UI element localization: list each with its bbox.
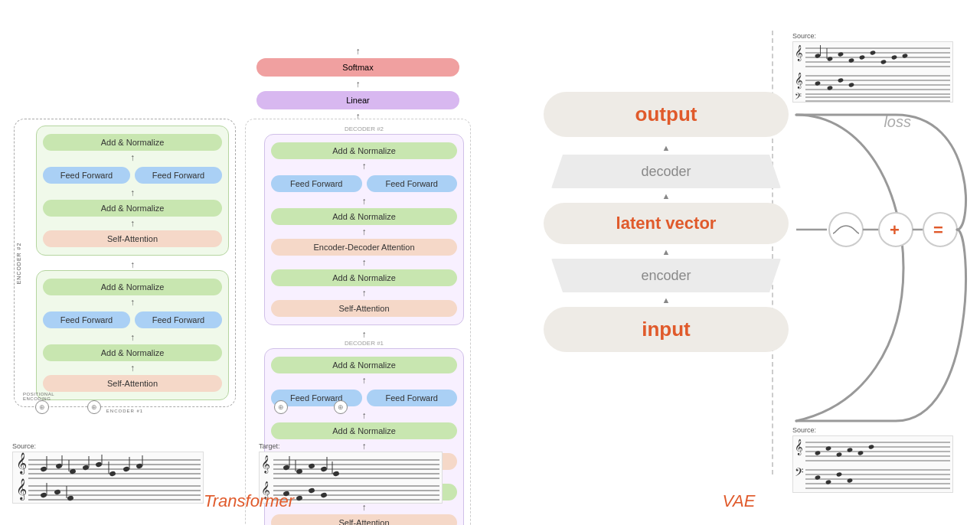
vae-diagram: output ▲ decoder ▲ latent vector ▲ encod… bbox=[521, 92, 812, 352]
vae-top-sheet-music: 𝄞 bbox=[792, 41, 953, 103]
enc2-ff2: Feed Forward bbox=[135, 167, 222, 184]
svg-point-12 bbox=[82, 465, 89, 471]
svg-point-46 bbox=[332, 471, 339, 477]
dec-pos-circle-2: ⊕ bbox=[334, 400, 348, 414]
transformer-section: ↑ Softmax ↑ Linear ↑ ENCODER #2 Add & No… bbox=[0, 0, 498, 525]
svg-point-31 bbox=[67, 495, 74, 501]
vae-output-row: output bbox=[521, 92, 812, 137]
svg-point-71 bbox=[870, 51, 876, 56]
svg-point-14 bbox=[95, 461, 102, 468]
dec2-enc-dec-attn: Encoder-Decoder Attention bbox=[271, 239, 457, 256]
svg-point-18 bbox=[122, 466, 129, 472]
enc2-add-norm-bot: Add & Normalize bbox=[43, 200, 222, 217]
dec1-ff2: Feed Forward bbox=[367, 390, 458, 406]
dec2-ff-row: Feed Forward Feed Forward bbox=[271, 173, 457, 194]
pos-circle-2: ⊕ bbox=[87, 400, 101, 414]
svg-point-8 bbox=[55, 463, 62, 469]
svg-point-73 bbox=[891, 55, 897, 60]
svg-point-91 bbox=[879, 213, 913, 246]
svg-point-107 bbox=[868, 445, 874, 450]
svg-text:𝄞: 𝄞 bbox=[16, 452, 27, 474]
dec2-ff1: Feed Forward bbox=[271, 175, 362, 192]
vae-encoder-box: encoder bbox=[551, 259, 781, 292]
enc2-add-norm-top: Add & Normalize bbox=[43, 134, 222, 151]
source-sheet-music: 𝄞 bbox=[12, 452, 204, 504]
encoder-block-2: Add & Normalize ↑ Feed Forward Feed Forw… bbox=[36, 126, 229, 256]
svg-text:𝄞: 𝄞 bbox=[795, 72, 803, 90]
vae-top-staff-svg: 𝄞 bbox=[793, 42, 953, 103]
decoder2-label: DECODER #2 bbox=[264, 126, 464, 132]
vae-section: loss Source: 𝄞 bbox=[498, 0, 980, 525]
vae-decoder-row: decoder bbox=[521, 155, 812, 188]
svg-point-70 bbox=[859, 55, 865, 60]
enc2-ff1: Feed Forward bbox=[43, 167, 130, 184]
softmax-box: Softmax bbox=[256, 58, 459, 77]
svg-text:+: + bbox=[890, 220, 900, 240]
top-boxes: ↑ Softmax ↑ Linear ↑ bbox=[256, 46, 459, 122]
svg-point-84 bbox=[848, 83, 854, 88]
svg-text:=: = bbox=[933, 220, 943, 240]
vae-output-box: output bbox=[544, 92, 789, 137]
source-label: Source: bbox=[12, 442, 204, 450]
svg-point-116 bbox=[836, 472, 842, 478]
source-staff-svg: 𝄞 bbox=[13, 452, 204, 504]
vae-source-top: Source: 𝄞 bbox=[792, 32, 961, 103]
svg-text:𝄞: 𝄞 bbox=[795, 439, 803, 456]
vae-input-row: input bbox=[521, 307, 812, 352]
encoder-wrapper: ENCODER #2 Add & Normalize ↑ Feed Forwar… bbox=[14, 119, 236, 413]
dec-pos-enc-circles: ⊕ ⊕ bbox=[274, 400, 348, 414]
enc1-add-norm-top: Add & Normalize bbox=[43, 279, 222, 295]
enc1-ff-row: Feed Forward Feed Forward bbox=[43, 309, 222, 331]
svg-text:𝄢: 𝄢 bbox=[795, 466, 804, 481]
pos-enc-circles: ⊕ ⊕ bbox=[35, 400, 101, 414]
svg-point-6 bbox=[40, 466, 47, 472]
svg-point-56 bbox=[308, 488, 315, 494]
enc2-ff-row: Feed Forward Feed Forward bbox=[43, 165, 222, 186]
source-music-section: Source: 𝄞 bbox=[12, 442, 204, 504]
dec2-self-attn: Self-Attention bbox=[271, 300, 457, 317]
loss-label: loss bbox=[884, 113, 911, 131]
vae-input-box: input bbox=[544, 307, 789, 352]
svg-point-89 bbox=[829, 213, 863, 246]
target-label: Target: bbox=[259, 442, 443, 450]
vae-latent-row: latent vector bbox=[521, 203, 812, 244]
vae-source-bottom: Source: 𝄞 𝄢 bbox=[792, 426, 961, 493]
svg-point-83 bbox=[838, 78, 844, 83]
vae-latent-box: latent vector bbox=[544, 203, 789, 244]
pos-circle-1: ⊕ bbox=[35, 400, 49, 414]
svg-text:𝄞: 𝄞 bbox=[261, 455, 270, 474]
dec1-self-attn: Self-Attention bbox=[271, 514, 457, 525]
decoder-block-2: Add & Normalize ↑ Feed Forward Feed Forw… bbox=[264, 134, 464, 325]
svg-point-28 bbox=[40, 492, 47, 498]
enc1-ff2: Feed Forward bbox=[135, 311, 222, 328]
svg-point-72 bbox=[880, 60, 887, 65]
dec2-ff2: Feed Forward bbox=[367, 175, 458, 192]
dec1-add-norm-top: Add & Normalize bbox=[271, 357, 457, 373]
vae-bottom-staff-svg: 𝄞 𝄢 bbox=[793, 436, 953, 493]
svg-point-55 bbox=[296, 495, 302, 501]
dec2-add-norm-mid: Add & Normalize bbox=[271, 208, 457, 225]
svg-text:𝄞: 𝄞 bbox=[795, 44, 803, 62]
enc1-ff1: Feed Forward bbox=[43, 311, 130, 328]
dec1-add-norm-mid: Add & Normalize bbox=[271, 422, 457, 439]
enc2-self-attn: Self-Attention bbox=[43, 230, 222, 247]
svg-point-39 bbox=[283, 465, 289, 471]
encoder2-label: ENCODER #2 bbox=[16, 242, 21, 284]
vae-encoder-row: encoder bbox=[521, 259, 812, 292]
vae-label: VAE bbox=[723, 491, 756, 511]
svg-point-57 bbox=[320, 492, 327, 498]
decoder1-label: DECODER #1 bbox=[264, 340, 464, 347]
vae-source-bottom-label: Source: bbox=[792, 426, 961, 434]
dec-pos-circle-1: ⊕ bbox=[274, 400, 288, 414]
transformer-label: Transformer bbox=[204, 491, 294, 511]
encoder-block-1: Add & Normalize ↑ Feed Forward Feed Forw… bbox=[36, 270, 229, 400]
main-container: ↑ Softmax ↑ Linear ↑ ENCODER #2 Add & No… bbox=[0, 0, 980, 525]
svg-point-43 bbox=[308, 463, 315, 469]
dec2-add-norm-bot: Add & Normalize bbox=[271, 269, 457, 286]
encoder-outer: ENCODER #2 Add & Normalize ↑ Feed Forwar… bbox=[14, 119, 236, 407]
enc1-add-norm-bot: Add & Normalize bbox=[43, 344, 222, 361]
svg-text:𝄞: 𝄞 bbox=[16, 478, 27, 501]
vae-bottom-sheet-music: 𝄞 𝄢 bbox=[792, 435, 953, 493]
svg-point-94 bbox=[923, 213, 957, 246]
vae-source-top-label: Source: bbox=[792, 32, 961, 40]
